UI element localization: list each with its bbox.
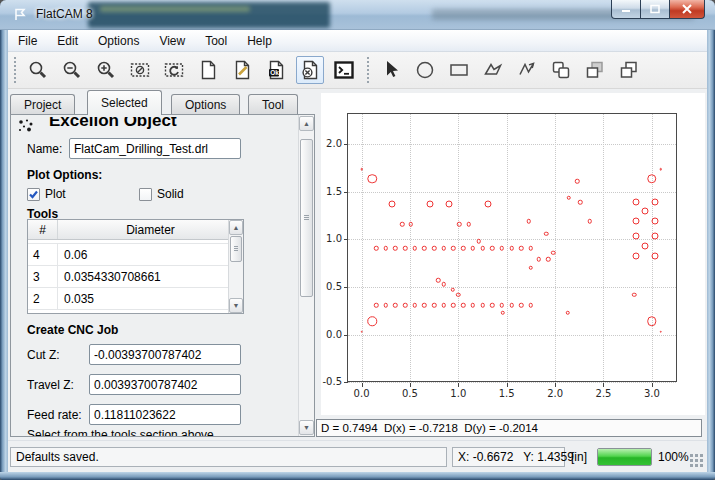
- window-title: FlatCAM 8: [36, 7, 93, 21]
- menu-file[interactable]: File: [8, 31, 47, 51]
- drill-hole-marker: [509, 303, 514, 308]
- drill-hole-marker: [651, 252, 658, 259]
- scroll-up-icon[interactable]: ▲: [299, 116, 314, 131]
- drill-hole-marker: [659, 168, 662, 171]
- background-window-ghost: [100, 6, 250, 12]
- plot-axes[interactable]: 0.00.51.01.52.02.53.0-0.50.00.51.01.52.0: [347, 113, 677, 382]
- toolbar-grip[interactable]: [364, 57, 371, 83]
- scroll-down-icon[interactable]: ▼: [299, 420, 314, 435]
- plot-canvas[interactable]: 0.00.51.01.52.02.53.0-0.50.00.51.01.52.0: [321, 93, 705, 415]
- y-tick-label: -0.5: [316, 376, 342, 387]
- replot-icon[interactable]: [160, 56, 188, 84]
- close-button[interactable]: [669, 0, 705, 19]
- drill-hole-marker: [450, 288, 455, 293]
- x-tick-label: 2.0: [540, 388, 570, 399]
- shell-icon[interactable]: [330, 56, 358, 84]
- delete-object-icon[interactable]: [296, 56, 324, 84]
- menu-help[interactable]: Help: [237, 31, 282, 51]
- drill-hole-marker: [360, 330, 363, 333]
- status-message: Defaults saved.: [10, 447, 447, 467]
- scrollbar-thumb[interactable]: [230, 236, 242, 262]
- maximize-button[interactable]: [641, 0, 669, 19]
- titlebar[interactable]: FlatCAM 8: [0, 0, 715, 30]
- drill-hole-marker: [422, 246, 427, 251]
- resize-grip-icon[interactable]: [689, 453, 703, 467]
- menu-options[interactable]: Options: [88, 31, 149, 51]
- scrollbar-thumb[interactable]: [300, 139, 313, 297]
- gridline: [348, 239, 676, 240]
- tool-row[interactable]: 20.035: [28, 288, 243, 310]
- cut-path-icon[interactable]: [615, 56, 643, 84]
- drill-hole-marker: [471, 303, 476, 308]
- zoom-out-icon[interactable]: [58, 56, 86, 84]
- union-icon[interactable]: [547, 56, 575, 84]
- drill-hole-marker: [393, 246, 398, 251]
- menu-tool[interactable]: Tool: [195, 31, 237, 51]
- gridline: [348, 144, 676, 145]
- travel-z-label: Travel Z:: [27, 378, 74, 392]
- cnc-job-label: Create CNC Job: [27, 323, 118, 337]
- subtract-icon[interactable]: [581, 56, 609, 84]
- drill-hole-marker: [565, 310, 570, 315]
- drill-hole-marker: [490, 303, 495, 308]
- drill-hole-marker: [403, 246, 408, 251]
- name-input[interactable]: [69, 138, 241, 159]
- drill-hole-marker: [642, 243, 649, 250]
- menu-view[interactable]: View: [149, 31, 195, 51]
- draw-rectangle-icon[interactable]: [445, 56, 473, 84]
- solid-checkbox-box[interactable]: [139, 188, 152, 201]
- window-border: [707, 30, 715, 472]
- panel-scrollbar[interactable]: ▲ ▼: [298, 115, 314, 436]
- mouse-coordinates: X: -0.6672 Y: 1.4359: [452, 447, 565, 467]
- scroll-down-icon[interactable]: ▼: [229, 298, 243, 313]
- save-project-icon[interactable]: Ok: [262, 56, 290, 84]
- drill-hole-marker: [422, 303, 427, 308]
- drill-hole-marker: [476, 239, 481, 244]
- tool-row[interactable]: 40.06: [28, 244, 243, 266]
- zoom-fit-icon[interactable]: [24, 56, 52, 84]
- scroll-up-icon[interactable]: ▲: [229, 220, 243, 235]
- open-project-icon[interactable]: [228, 56, 256, 84]
- toolbar-grip[interactable]: [11, 57, 18, 83]
- y-tick-label: 0.5: [316, 281, 342, 292]
- tab-selected[interactable]: Selected: [87, 90, 162, 115]
- plot-checkbox[interactable]: Plot: [27, 187, 66, 201]
- tab-options[interactable]: Options: [171, 94, 240, 115]
- tab-project[interactable]: Project: [10, 94, 75, 115]
- cut-z-input[interactable]: [89, 344, 241, 365]
- x-tick-label: 1.5: [492, 388, 522, 399]
- minimize-button[interactable]: [611, 0, 641, 19]
- tab-tool[interactable]: Tool: [248, 94, 298, 115]
- drill-hole-marker: [360, 168, 363, 171]
- drill-hole-marker: [546, 257, 551, 262]
- travel-z-input[interactable]: [89, 374, 241, 395]
- tool-row[interactable]: 30.0354330708661: [28, 266, 243, 288]
- plot-checkbox-box[interactable]: [27, 188, 40, 201]
- feed-rate-input[interactable]: [89, 404, 241, 425]
- drill-hole-marker: [633, 199, 640, 206]
- solid-checkbox[interactable]: Solid: [139, 187, 184, 201]
- drill-hole-marker: [457, 222, 462, 227]
- new-project-icon[interactable]: [194, 56, 222, 84]
- draw-path-icon[interactable]: [513, 56, 541, 84]
- drill-hole-marker: [461, 303, 466, 308]
- zoom-in-icon[interactable]: [92, 56, 120, 84]
- window-border: [0, 30, 8, 472]
- statusbar: Defaults saved. X: -0.6672 Y: 1.4359 [in…: [8, 440, 707, 472]
- tools-table-scrollbar[interactable]: ▲ ▼: [228, 220, 243, 313]
- drill-hole-marker: [633, 252, 640, 259]
- draw-polygon-icon[interactable]: [479, 56, 507, 84]
- menu-edit[interactable]: Edit: [47, 31, 88, 51]
- y-tick-label: 0.0: [316, 329, 342, 340]
- drill-hole-marker: [400, 222, 405, 227]
- drill-hole-marker: [383, 246, 388, 251]
- drill-hole-marker: [409, 222, 414, 227]
- drill-hole-marker: [471, 246, 476, 251]
- drill-hole-marker: [659, 330, 662, 333]
- drill-hole-marker: [529, 246, 534, 251]
- drill-hole-marker: [501, 310, 506, 315]
- drill-hole-marker: [403, 303, 408, 308]
- draw-circle-icon[interactable]: [411, 56, 439, 84]
- clear-plot-icon[interactable]: [126, 56, 154, 84]
- pointer-icon[interactable]: [377, 56, 405, 84]
